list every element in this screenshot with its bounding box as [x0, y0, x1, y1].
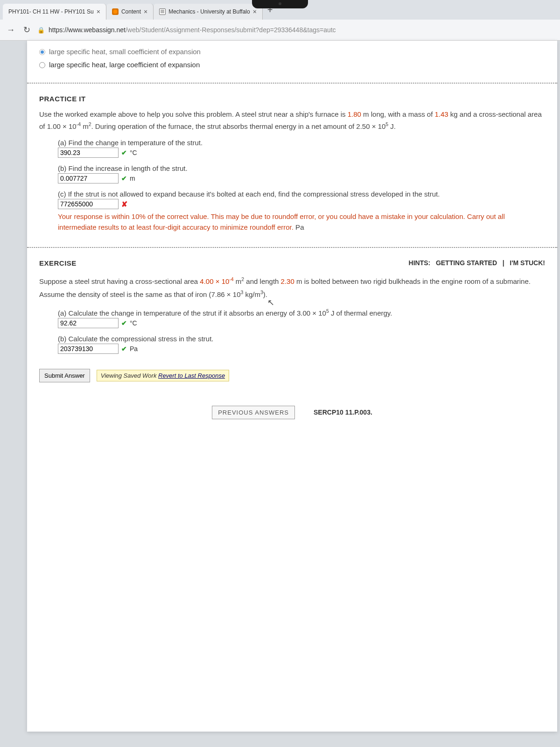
- prompt: (a) Find the change in temperature of th…: [58, 139, 545, 147]
- practice-intro: Use the worked example above to help you…: [39, 108, 545, 132]
- check-icon: ✔: [121, 345, 127, 352]
- saved-work-notice: Viewing Saved Work Revert to Last Respon…: [97, 370, 229, 381]
- ex-answer-input-b[interactable]: [58, 344, 119, 354]
- check-icon: ✔: [121, 175, 127, 182]
- practice-it-block: PRACTICE IT Use the worked example above…: [27, 90, 557, 240]
- feedback-text: Your response is within 10% of the corre…: [58, 211, 545, 233]
- bottom-row: PREVIOUS ANSWERS SERCP10 11.P.003.: [27, 406, 557, 419]
- radio-option-2[interactable]: [39, 62, 45, 68]
- ex-part-a: (a) Calculate the change in temperature …: [58, 308, 545, 328]
- unit: Pa: [130, 345, 138, 352]
- part-b: (b) Find the increase in length of the s…: [58, 164, 545, 183]
- im-stuck-link[interactable]: I'M STUCK!: [510, 259, 545, 267]
- close-icon[interactable]: ×: [144, 8, 147, 15]
- radio-label: large specific heat, small coefficient o…: [49, 46, 201, 57]
- answer-input-c[interactable]: [58, 199, 119, 209]
- prompt: (c) If the strut is not allowed to expan…: [58, 190, 545, 198]
- radio-option-1[interactable]: [39, 49, 45, 55]
- part-c: (c) If the strut is not allowed to expan…: [58, 190, 545, 233]
- divider: [27, 83, 557, 84]
- answer-input-b[interactable]: [58, 173, 119, 183]
- part-a: (a) Find the change in temperature of th…: [58, 139, 545, 158]
- ex-part-b: (b) Calculate the compressional stress i…: [58, 335, 545, 354]
- radio-label: large specific heat, large coefficient o…: [49, 59, 200, 70]
- forward-icon[interactable]: →: [6, 25, 16, 35]
- hints-bar: HINTS: GETTING STARTED | I'M STUCK!: [409, 259, 545, 267]
- radio-group: large specific heat, small coefficient o…: [27, 41, 557, 76]
- unit: m: [130, 175, 135, 182]
- exercise-intro: Suppose a steel strut having a cross-sec…: [39, 275, 545, 302]
- prompt: (b) Find the increase in length of the s…: [58, 164, 545, 172]
- address-bar[interactable]: 🔒 https://www.webassign.net/web/Student/…: [37, 26, 554, 34]
- tab-content[interactable]: Content ×: [106, 4, 154, 20]
- pencil-icon: [112, 8, 119, 15]
- tab-mechanics[interactable]: Mechanics - University at Buffalo ×: [154, 4, 263, 20]
- tab-label: PHY101- CH 11 HW - PHY101 Su: [8, 8, 94, 15]
- revert-link[interactable]: Revert to Last Response: [158, 372, 225, 379]
- tab-label: Mechanics - University at Buffalo: [168, 8, 250, 15]
- submit-answer-button[interactable]: Submit Answer: [39, 369, 90, 382]
- divider: [27, 247, 557, 248]
- cross-icon: ✘: [121, 200, 127, 209]
- previous-answers-button[interactable]: PREVIOUS ANSWERS: [212, 406, 295, 419]
- tab-label: Content: [121, 8, 141, 15]
- tab-phy101[interactable]: PHY101- CH 11 HW - PHY101 Su ×: [3, 4, 106, 20]
- section-title: PRACTICE IT: [39, 95, 545, 103]
- page-content: large specific heat, small coefficient o…: [27, 41, 557, 732]
- lock-icon: 🔒: [37, 27, 45, 34]
- prompt: (a) Calculate the change in temperature …: [58, 308, 545, 317]
- document-icon: [159, 8, 166, 15]
- unit: °C: [130, 319, 137, 327]
- close-icon[interactable]: ×: [253, 8, 257, 15]
- close-icon[interactable]: ×: [97, 8, 100, 15]
- url-bar-row: → ↻ 🔒 https://www.webassign.net/web/Stud…: [0, 20, 560, 40]
- prompt: (b) Calculate the compressional stress i…: [58, 335, 545, 343]
- getting-started-link[interactable]: GETTING STARTED: [436, 259, 497, 267]
- cursor-icon: ↖: [267, 296, 274, 310]
- check-icon: ✔: [121, 319, 127, 327]
- submit-row: Submit Answer Viewing Saved Work Revert …: [27, 361, 557, 390]
- exercise-block: EXERCISE HINTS: GETTING STARTED | I'M ST…: [27, 254, 557, 361]
- section-title: EXERCISE: [39, 259, 77, 267]
- url-text: https://www.webassign.net/web/Student/As…: [49, 26, 336, 34]
- webcam-notch: [252, 0, 308, 8]
- ex-answer-input-a[interactable]: [58, 318, 119, 328]
- problem-reference: SERCP10 11.P.003.: [314, 409, 372, 416]
- reload-icon[interactable]: ↻: [21, 25, 32, 35]
- answer-input-a[interactable]: [58, 148, 119, 158]
- check-icon: ✔: [121, 149, 127, 156]
- unit: °C: [130, 149, 137, 156]
